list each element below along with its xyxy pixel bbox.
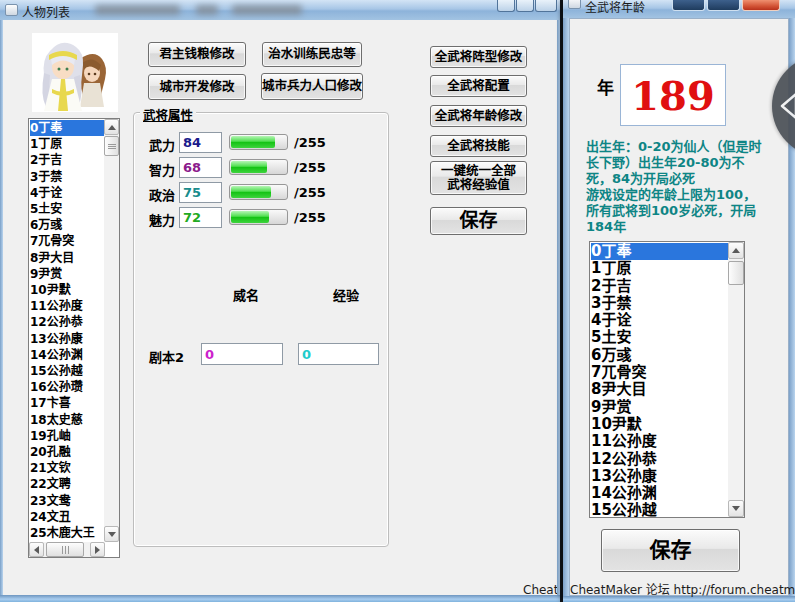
flood-training-loyalty-button[interactable]: 治水训练民忠等 [262, 42, 362, 67]
list-item[interactable]: 17卞喜 [30, 395, 104, 411]
list-item[interactable]: 8尹大目 [591, 381, 728, 398]
scroll-thumb[interactable] [46, 542, 84, 557]
scroll-left-button[interactable] [29, 542, 44, 557]
list-item[interactable]: 9尹赏 [30, 266, 104, 282]
list-item[interactable]: 13公孙康 [591, 468, 728, 485]
character-listbox[interactable]: 0丁奉1丁原2于吉3于禁4于诠5土安6万彧7兀骨突8尹大目9尹赏10尹默11公孙… [28, 118, 120, 558]
vertical-scrollbar[interactable] [104, 119, 119, 542]
all-generals-config-button[interactable]: 全武将配置 [430, 75, 527, 97]
list-item[interactable]: 6万彧 [591, 347, 728, 364]
redacted-title-text [232, 5, 302, 15]
maximize-button[interactable] [707, 0, 740, 11]
progress-fill [231, 161, 267, 173]
list-item[interactable]: 8尹大目 [30, 250, 104, 266]
attribute-value-input[interactable] [179, 157, 222, 178]
list-item[interactable]: 7兀骨突 [591, 364, 728, 381]
list-item[interactable]: 5土安 [30, 201, 104, 217]
list-item[interactable]: 24文丑 [30, 509, 104, 525]
attribute-value-input[interactable] [179, 132, 222, 153]
footer-forum-link[interactable]: CheatMaker 论坛 http://forum.cheatmaker.or… [570, 580, 791, 597]
scroll-down-button[interactable] [728, 500, 744, 517]
close-icon[interactable] [742, 0, 780, 11]
list-item[interactable]: 13公孙康 [30, 331, 104, 347]
list-item[interactable]: 4于诠 [591, 312, 728, 329]
list-item[interactable]: 12公孙恭 [591, 451, 728, 468]
scroll-right-button[interactable] [90, 542, 105, 557]
vertical-scrollbar[interactable] [728, 242, 744, 517]
unify-all-exp-button[interactable]: 一键统一全部武将经验值 [430, 161, 527, 195]
attribute-value-input[interactable] [179, 207, 222, 228]
left-titlebar[interactable]: 人物列表 [0, 0, 560, 21]
generals-list-items: 0丁奉1丁原2于吉3于禁4于诠5土安6万彧7兀骨突8尹大目9尹赏10尹默11公孙… [591, 243, 728, 518]
city-development-button[interactable]: 城市开发修改 [148, 74, 246, 100]
list-item[interactable]: 0丁奉 [591, 243, 728, 260]
scroll-thumb[interactable] [104, 136, 119, 156]
monarch-money-grain-button[interactable]: 君主钱粮修改 [148, 42, 246, 67]
list-item[interactable]: 0丁奉 [30, 120, 104, 136]
minimize-button[interactable] [497, 0, 515, 12]
window-icon [5, 4, 18, 16]
list-item[interactable]: 15公孙越 [30, 363, 104, 379]
list-item[interactable]: 5土安 [591, 329, 728, 346]
list-item[interactable]: 11公孙度 [30, 298, 104, 314]
list-item[interactable]: 22文聘 [30, 476, 104, 492]
list-item[interactable]: 6万彧 [30, 217, 104, 233]
all-generals-age-button[interactable]: 全武将年龄修改 [430, 105, 527, 127]
window-character-list: 人物列表 [0, 0, 560, 602]
list-item[interactable]: 4于诠 [30, 185, 104, 201]
progress-fill [231, 211, 269, 223]
list-item[interactable]: 20孔融 [30, 444, 104, 460]
list-item[interactable]: 18太史慈 [30, 412, 104, 428]
list-item[interactable]: 2于吉 [591, 278, 728, 295]
all-generals-skill-button[interactable]: 全武将技能 [430, 135, 527, 157]
list-item[interactable]: 21文钦 [30, 460, 104, 476]
list-item[interactable]: 10尹默 [30, 282, 104, 298]
list-item[interactable]: 3于禁 [30, 169, 104, 185]
list-item[interactable]: 14公孙渊 [591, 485, 728, 502]
attribute-row: 武力/255 [134, 132, 388, 154]
attribute-value-input[interactable] [179, 182, 222, 203]
list-item[interactable]: 16公孙瓒 [30, 379, 104, 395]
exp-column-header: 经验 [333, 285, 359, 304]
list-item[interactable]: 10尹默 [591, 416, 728, 433]
attribute-max-label: /255 [294, 185, 326, 200]
fame-input[interactable] [201, 343, 283, 365]
list-item[interactable]: 15公孙越 [591, 502, 728, 518]
birth-year-info-text: 出生年：0-20为仙人（但是时 长下野）出生年20-80为不 死，84为开局必死… [586, 139, 790, 235]
list-item[interactable]: 25木鹿大王 [30, 525, 104, 541]
window-border-bottom [0, 595, 560, 602]
scroll-down-button[interactable] [104, 526, 119, 542]
all-generals-formation-button[interactable]: 全武将阵型修改 [430, 46, 527, 68]
list-item[interactable]: 1丁原 [591, 260, 728, 277]
list-item[interactable]: 7兀骨突 [30, 233, 104, 249]
save-button[interactable]: 保存 [430, 207, 527, 235]
list-item[interactable]: 19孔岫 [30, 428, 104, 444]
list-item[interactable]: 11公孙度 [591, 433, 728, 450]
birth-year-box[interactable]: 189 [620, 64, 726, 126]
list-item[interactable]: 3于禁 [591, 295, 728, 312]
scroll-up-button[interactable] [104, 119, 119, 135]
group-label: 武将属性 [140, 105, 196, 124]
list-item[interactable]: 12公孙恭 [30, 314, 104, 330]
horizontal-scrollbar[interactable] [29, 542, 105, 557]
list-item[interactable]: 9尹赏 [591, 399, 728, 416]
list-item[interactable]: 2于吉 [30, 152, 104, 168]
list-item[interactable]: 23文鸯 [30, 493, 104, 509]
maximize-button[interactable] [516, 0, 534, 12]
scroll-up-button[interactable] [728, 242, 744, 259]
attribute-label: 智力 [149, 160, 175, 179]
scroll-thumb[interactable] [728, 261, 744, 285]
minimize-button[interactable] [672, 0, 705, 11]
exp-input[interactable] [298, 343, 379, 365]
list-item[interactable]: 1丁原 [30, 136, 104, 152]
window-icon [568, 0, 581, 9]
list-item[interactable]: 14公孙渊 [30, 347, 104, 363]
arrow-down-icon [732, 506, 740, 511]
save-button[interactable]: 保存 [601, 529, 740, 572]
attribute-progress-bar [229, 159, 288, 175]
city-troops-population-button[interactable]: 城市兵力人口修改 [261, 73, 363, 100]
close-icon[interactable] [535, 0, 557, 12]
generals-listbox[interactable]: 0丁奉1丁原2于吉3于禁4于诠5土安6万彧7兀骨突8尹大目9尹赏10尹默11公孙… [589, 241, 745, 518]
attribute-max-label: /255 [294, 160, 326, 175]
right-titlebar[interactable]: 全武将年龄 [563, 0, 795, 19]
